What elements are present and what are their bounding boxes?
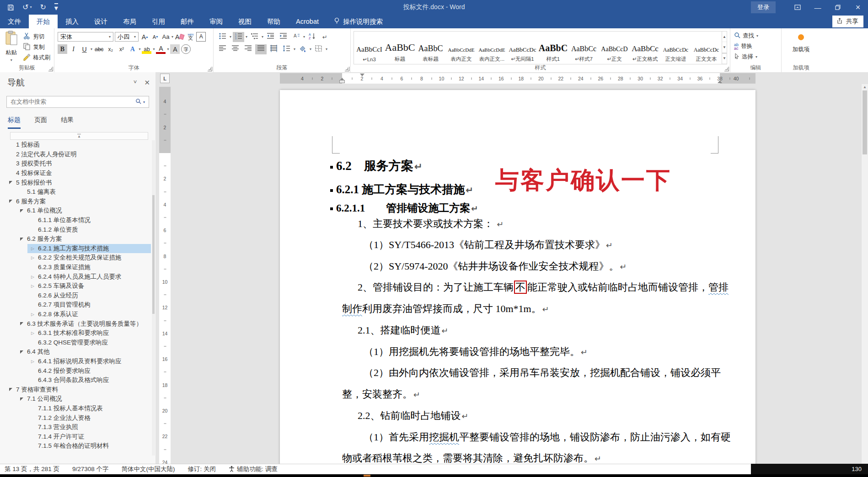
expand-triangle-icon[interactable]: [9, 200, 12, 203]
style-标题[interactable]: AaBbC标题: [385, 32, 415, 64]
tab-审阅[interactable]: 审阅: [202, 15, 230, 28]
superscript-button[interactable]: x²: [117, 44, 126, 54]
nav-heading-item[interactable]: 6.4.3 合同条款及格式响应: [0, 376, 151, 385]
nav-heading-item[interactable]: 5 投标报价书: [0, 178, 151, 187]
shrink-font-button[interactable]: A: [150, 32, 160, 42]
multilevel-list-caret[interactable]: ▾: [262, 35, 263, 39]
bold-button[interactable]: B: [58, 44, 67, 54]
change-case-button-caret[interactable]: ▾: [171, 35, 173, 39]
italic-button[interactable]: I: [69, 44, 78, 54]
horizontal-ruler[interactable]: 42246810121416182022242628303234363840: [280, 73, 755, 84]
tab-Acrobat[interactable]: Acrobat: [288, 15, 327, 28]
paragraph-dialog-launcher-icon[interactable]: [345, 67, 349, 71]
body-paragraph[interactable]: 制作利用废弃油管焊接而成，尺寸 10m*1m。↵: [342, 302, 549, 316]
style-正文文本[interactable]: AaBbCcDc正文文本: [691, 32, 722, 64]
sign-in-button[interactable]: 登录: [751, 1, 776, 13]
distributed-button[interactable]: [268, 44, 279, 54]
nav-heading-item[interactable]: ▷6.3.1 技术标准和要求响应: [0, 329, 151, 338]
enclose-characters-button[interactable]: 字: [181, 44, 191, 54]
clear-formatting-button[interactable]: A: [174, 32, 185, 42]
expand-triangle-icon[interactable]: [20, 350, 23, 354]
nav-heading-item[interactable]: 7.1.3 营业执照: [0, 423, 151, 432]
body-paragraph[interactable]: 物或者稻根苇根之类，需要将其清除，避免扎坏防渗布。↵: [342, 451, 601, 464]
style-Ln3[interactable]: AaBbCcI↵Ln3: [354, 32, 385, 64]
style-表内正文...[interactable]: AaBbCcDdE表内正文...: [477, 32, 507, 64]
nav-heading-item[interactable]: 6.4 其他: [0, 347, 151, 357]
text-effects-button[interactable]: A: [128, 44, 137, 54]
nav-tab-页面[interactable]: 页面: [34, 116, 47, 129]
style-表标题[interactable]: AaBbC表标题: [415, 32, 446, 64]
nav-heading-item[interactable]: 7.1.4 开户许可证: [0, 432, 151, 441]
strikethrough-button[interactable]: abc: [94, 44, 104, 54]
text-highlight-button-caret[interactable]: ▾: [153, 47, 155, 51]
nav-close-icon[interactable]: ✕: [144, 79, 150, 87]
paste-button[interactable]: 粘贴 ▾: [2, 31, 21, 64]
font-size-combo[interactable]: 小四▾: [115, 32, 139, 42]
heading-h1[interactable]: 6.2 服务方案↵: [330, 158, 423, 174]
sort-button[interactable]: AZ: [306, 32, 318, 42]
style-正文[interactable]: AaBbCcD↵正文: [599, 32, 630, 64]
character-border-button[interactable]: A: [196, 32, 206, 42]
collapse-triangle-icon[interactable]: ▷: [31, 359, 38, 364]
nav-heading-item[interactable]: 6.3.2 QHSE管理要求响应: [0, 338, 151, 347]
tab-插入[interactable]: 插入: [58, 15, 86, 28]
body-paragraph[interactable]: 2.1、搭建临时便道↵: [358, 323, 448, 337]
body-paragraph[interactable]: （1）用挖掘机先将要铺设管排的场地平整完毕。↵: [364, 345, 588, 359]
nav-search-input[interactable]: 在文档中搜索 ▾: [6, 96, 149, 108]
nav-heading-item[interactable]: ▷6.2.5 车辆及设备: [0, 281, 151, 291]
body-paragraph[interactable]: （1）首先采用挖掘机平整要铺设管排的场地，铺设防渗布，防止油污渗入，如有硬: [364, 430, 731, 444]
find-button[interactable]: 查找▾: [732, 31, 779, 41]
nav-options-chevron-icon[interactable]: ˅: [134, 79, 137, 87]
left-indent-marker[interactable]: [339, 80, 345, 83]
格式刷-button[interactable]: 格式刷: [21, 53, 53, 63]
restore-button[interactable]: [828, 0, 848, 15]
tab-设计[interactable]: 设计: [86, 15, 115, 28]
nav-heading-item[interactable]: 6.2.7 项目管理机构: [0, 300, 151, 310]
phonetic-guide-button[interactable]: wén文: [186, 32, 195, 42]
nav-heading-item[interactable]: 6.4.2 报价要求响应: [0, 366, 151, 376]
font-color-button-caret[interactable]: ▾: [167, 47, 169, 51]
nav-tab-标题[interactable]: 标题: [8, 116, 21, 129]
track-changes-indicator[interactable]: 修订: 关闭: [188, 465, 216, 473]
nav-heading-item[interactable]: 7.1.5 年检合格的证明材料: [0, 441, 151, 451]
nav-heading-item[interactable]: ▷6.2.1 施工方案与技术措施: [0, 244, 151, 254]
tab-开始[interactable]: 开始: [29, 15, 58, 28]
nav-heading-item[interactable]: 6.2.3 质量保证措施: [0, 263, 151, 272]
nav-heading-item[interactable]: ▷6.2.8 体系认证: [0, 310, 151, 319]
first-line-indent-marker[interactable]: [360, 74, 364, 76]
change-case-button[interactable]: Aa: [161, 32, 171, 42]
nav-heading-item[interactable]: 6.1.1 单位基本情况: [0, 216, 151, 225]
style-正文缩进[interactable]: AaBbCcDc正文缩进: [660, 32, 691, 64]
addins-button[interactable]: 加载项: [783, 31, 819, 64]
expand-triangle-icon[interactable]: [20, 209, 23, 212]
collapse-triangle-icon[interactable]: ▷: [31, 275, 38, 279]
heading-h3[interactable]: 6.2.1.1 管排铺设施工方案↵: [330, 201, 478, 215]
asian-layout-caret[interactable]: ▾: [303, 35, 305, 39]
style-表内正文[interactable]: AaBbCcDdE表内正文: [446, 32, 477, 64]
numbering-caret[interactable]: ▾: [246, 35, 247, 39]
paste-dropdown-caret[interactable]: ▾: [11, 58, 12, 62]
page-indicator[interactable]: 第 13 页，共 281 页: [5, 465, 59, 473]
replace-button[interactable]: abac 替换: [732, 41, 779, 52]
复制-button[interactable]: 复制: [21, 42, 53, 53]
expand-triangle-icon[interactable]: [20, 398, 23, 401]
nav-heading-item[interactable]: 3 授权委托书: [0, 159, 151, 169]
numbering-button[interactable]: 123: [233, 32, 244, 42]
nav-scrollbar[interactable]: [152, 140, 155, 456]
body-paragraph[interactable]: （1）SY/T5466-2013《钻前工程及井场布置技术要求》↵: [364, 238, 613, 252]
nav-heading-item[interactable]: 6.2.6 从业经历: [0, 291, 151, 301]
nav-tab-结果[interactable]: 结果: [61, 116, 74, 129]
close-button[interactable]: ×: [848, 0, 868, 15]
tab-布局[interactable]: 布局: [115, 15, 144, 28]
nav-heading-item[interactable]: 7.1.2 企业法人资格: [0, 413, 151, 423]
document-scrollbar[interactable]: ▲: [861, 84, 868, 464]
collapse-triangle-icon[interactable]: ▷: [31, 246, 38, 251]
tab-引用[interactable]: 引用: [144, 15, 173, 28]
ribbon-display-options-button[interactable]: [788, 0, 808, 15]
tab-邮件[interactable]: 邮件: [173, 15, 202, 28]
body-paragraph[interactable]: 2、管排铺设目的：为了让施工车辆不能正常驶入或钻前临时占地而铺设管排，管排: [358, 281, 729, 294]
align-center-button[interactable]: [230, 44, 241, 54]
tab-file[interactable]: 文件: [0, 15, 29, 28]
styles-gallery-scroll[interactable]: ▲▼▼: [722, 32, 727, 64]
customize-qat-button[interactable]: ▾: [54, 3, 58, 12]
